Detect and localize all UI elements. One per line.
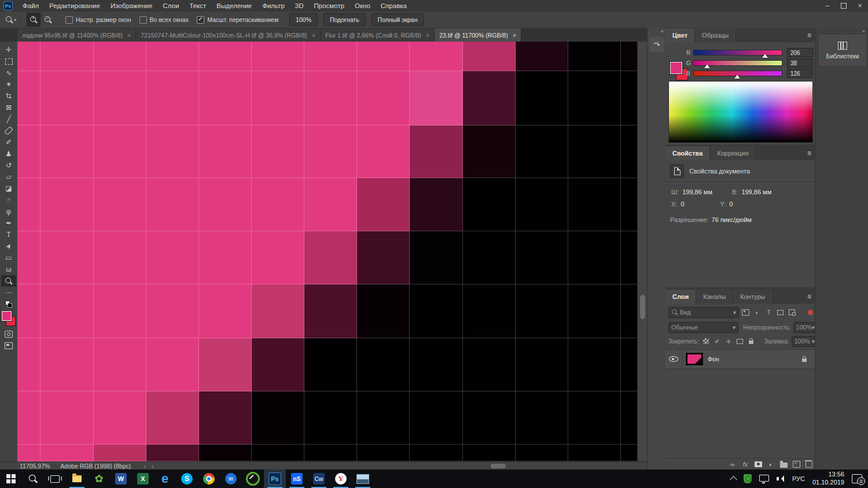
- green-slider[interactable]: [693, 60, 782, 66]
- excel-button[interactable]: X: [132, 469, 154, 488]
- blue-slider[interactable]: [693, 71, 782, 76]
- lock-artboard-icon[interactable]: [735, 337, 745, 346]
- close-icon[interactable]: ×: [127, 32, 131, 39]
- menu-image[interactable]: Изображение: [105, 2, 157, 9]
- filter-smart-objects-icon[interactable]: [787, 308, 797, 317]
- path-selection-tool[interactable]: ➤: [1, 241, 16, 252]
- volume-icon[interactable]: [777, 475, 785, 482]
- tray-expand-icon[interactable]: [730, 476, 737, 483]
- tab-properties[interactable]: Свойства: [665, 146, 710, 160]
- tab-color[interactable]: Цвет: [665, 28, 695, 42]
- filter-adjustment-layers-icon[interactable]: ◐: [752, 308, 762, 317]
- clock[interactable]: 13:56 01.10.2019: [812, 471, 844, 487]
- layer-search-input[interactable]: Вид ▾: [668, 307, 739, 318]
- tab-adjustments[interactable]: Коррекция: [710, 146, 756, 160]
- green-value-input[interactable]: 38: [787, 58, 813, 68]
- layer-name[interactable]: Фон: [708, 356, 719, 363]
- blue-value-input[interactable]: 126: [787, 69, 813, 78]
- libraries-panel-tab[interactable]: Библиотеки: [818, 34, 867, 67]
- delete-layer-button[interactable]: [803, 460, 815, 469]
- vertical-scrollbar-thumb[interactable]: [640, 295, 645, 319]
- tab-document-4-active[interactable]: 23.tif @ 11700% (RGB/8) ×: [435, 28, 521, 42]
- quick-mask-button[interactable]: [1, 328, 16, 340]
- fill-input[interactable]: 100%▾: [792, 336, 818, 347]
- healing-brush-tool[interactable]: [1, 125, 16, 136]
- close-icon[interactable]: ×: [312, 32, 315, 39]
- layer-row-background[interactable]: Фон: [665, 349, 815, 369]
- smudge-tool[interactable]: ☝: [1, 194, 16, 206]
- dodge-tool[interactable]: φ: [1, 206, 16, 217]
- yandex-browser-button[interactable]: Y: [330, 469, 352, 488]
- nanosoft-button[interactable]: nS: [286, 469, 308, 488]
- menu-filter[interactable]: Фильтр: [257, 2, 290, 9]
- hand-tool[interactable]: ω: [1, 264, 16, 275]
- notification-center-icon[interactable]: 2: [852, 474, 862, 483]
- color-spectrum-picker[interactable]: [668, 81, 813, 143]
- tab-document-3[interactable]: Flur 1.tif @ 2,66% (Слой 0, RGB/8) ×: [321, 28, 435, 42]
- task-view-button[interactable]: [44, 469, 66, 488]
- chrome-button[interactable]: [198, 469, 220, 488]
- zoom-in-button[interactable]: +: [27, 13, 41, 27]
- vertical-scrollbar[interactable]: [638, 42, 648, 461]
- opacity-input[interactable]: 100%▾: [793, 322, 818, 333]
- menu-edit[interactable]: Редактирование: [44, 2, 105, 9]
- type-tool[interactable]: T: [1, 229, 16, 241]
- canvas-pixel-grid[interactable]: [17, 42, 638, 461]
- resize-windows-checkbox[interactable]: Настр. размер окон: [65, 16, 139, 24]
- blend-mode-select[interactable]: Обычные ▾: [668, 322, 738, 333]
- edge-button[interactable]: e: [154, 469, 176, 488]
- panel-menu-icon[interactable]: ≡: [807, 31, 811, 39]
- word-button[interactable]: W: [110, 469, 132, 488]
- tab-document-1[interactable]: ладони 95x95.tif @ 11400% (RGB/8) ×: [17, 28, 136, 42]
- restore-button[interactable]: [836, 0, 852, 12]
- fit-screen-button[interactable]: Подогнать: [323, 13, 366, 26]
- photo-viewer-button[interactable]: [352, 469, 374, 488]
- clone-stamp-tool[interactable]: ♟: [1, 148, 16, 160]
- lock-all-icon[interactable]: [746, 337, 756, 346]
- taskbar-search-button[interactable]: [22, 469, 44, 488]
- menu-help[interactable]: Справка: [376, 2, 412, 9]
- tab-layers[interactable]: Слои: [665, 290, 696, 304]
- tab-swatches[interactable]: Образцы: [695, 28, 736, 42]
- quick-selection-tool[interactable]: ✶: [1, 79, 16, 90]
- lock-pixels-icon[interactable]: ✐: [712, 337, 722, 346]
- layer-thumbnail[interactable]: [686, 353, 703, 365]
- menu-window[interactable]: Окно: [350, 2, 376, 9]
- menu-layers[interactable]: Слои: [157, 2, 184, 9]
- panel-menu-icon[interactable]: ≡: [807, 293, 811, 301]
- tab-document-2[interactable]: 72150747-MultiColour-100x100cm-SL-H.tif …: [136, 28, 321, 42]
- history-panel-button[interactable]: ↷: [649, 37, 664, 52]
- foreground-color-swatch[interactable]: [670, 62, 682, 74]
- filter-pixel-layers-icon[interactable]: [741, 308, 751, 317]
- green-slider-handle[interactable]: [704, 64, 710, 68]
- pen-tool[interactable]: ✒: [1, 217, 16, 229]
- status-prev-icon[interactable]: ‹: [152, 463, 154, 469]
- close-icon[interactable]: ×: [513, 32, 516, 39]
- antivirus-shield-icon[interactable]: [744, 474, 752, 483]
- tab-channels[interactable]: Каналы: [696, 290, 733, 304]
- zoom-tool-preset[interactable]: ▾: [5, 13, 17, 26]
- eyedropper-tool[interactable]: ╱: [1, 113, 16, 125]
- zoom-100-button[interactable]: 100%: [289, 13, 318, 26]
- compas-button[interactable]: Cw: [308, 469, 330, 488]
- photoshop-taskbar-button[interactable]: Ps: [264, 469, 286, 488]
- add-mask-button[interactable]: [752, 460, 764, 469]
- scrubby-zoom-checkbox[interactable]: ✓ Масшт. перетаскиванием: [197, 16, 286, 24]
- red-slider-handle[interactable]: [762, 54, 768, 58]
- crop-tool[interactable]: [1, 90, 16, 102]
- status-zoom-level[interactable]: 11705,97%: [20, 463, 50, 469]
- new-layer-button[interactable]: [790, 460, 802, 469]
- status-next-icon[interactable]: ›: [144, 463, 146, 469]
- icq-button[interactable]: ✿: [88, 469, 110, 488]
- horizontal-scrollbar-thumb[interactable]: [491, 464, 506, 468]
- all-windows-checkbox[interactable]: Во всех окнах: [139, 16, 197, 24]
- start-button[interactable]: [0, 469, 22, 488]
- gradient-tool[interactable]: ◪: [1, 183, 16, 194]
- layer-style-button[interactable]: fx: [740, 460, 751, 469]
- minimize-button[interactable]: –: [819, 0, 836, 12]
- fullscreen-button[interactable]: Полный экран: [372, 13, 424, 26]
- move-tool[interactable]: ✛: [1, 44, 16, 56]
- coreldraw-button[interactable]: [242, 469, 264, 488]
- zoom-tool-active[interactable]: [1, 275, 16, 287]
- edit-toolbar-button[interactable]: ⋯: [1, 287, 16, 298]
